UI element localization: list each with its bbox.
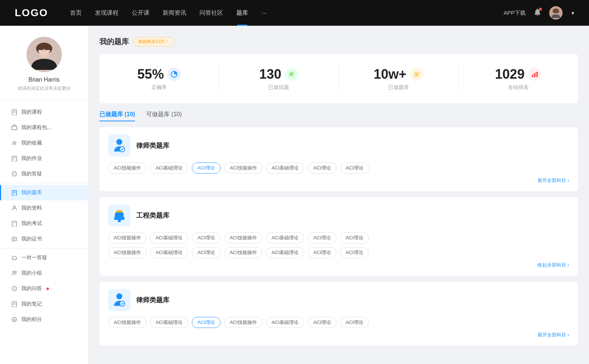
tag[interactable]: ACI基础理论 xyxy=(150,317,188,328)
nav-questionbank[interactable]: 题库 xyxy=(236,9,248,17)
tag[interactable]: ACI理论 xyxy=(308,247,336,258)
tag[interactable]: ACI基础理论 xyxy=(150,247,188,258)
menu-my-qa[interactable]: ? 我的问答 xyxy=(0,281,88,296)
course-package-label: 我的课程包... xyxy=(21,124,52,131)
tab-available[interactable]: 可做题库 (10) xyxy=(146,111,182,121)
svg-point-26 xyxy=(13,271,15,273)
sidebar-menu: 我的课程 我的课程包... 我的收藏 我的作业 xyxy=(0,101,88,331)
tag[interactable]: ACI基础理论 xyxy=(150,232,188,243)
svg-rect-44 xyxy=(532,75,533,77)
tutoring-icon xyxy=(11,254,18,261)
tag[interactable]: ACI技能操作 xyxy=(224,317,262,328)
menu-exam[interactable]: 我的考试 xyxy=(0,216,88,231)
user-avatar[interactable] xyxy=(549,6,562,19)
tag[interactable]: ACI理论 xyxy=(192,163,221,174)
avatar-svg xyxy=(549,6,562,19)
tag[interactable]: ACI技能操作 xyxy=(108,163,147,174)
nav-news[interactable]: 新闻资讯 xyxy=(163,9,186,17)
tag[interactable]: ACI技能操作 xyxy=(108,247,147,258)
menu-notes[interactable]: 我的笔记 xyxy=(0,296,88,312)
bank-header-lawyer-2: 律师类题库 xyxy=(108,289,569,311)
tag[interactable]: ACI理论 xyxy=(192,232,221,243)
bell-dot xyxy=(539,8,542,11)
stat-accuracy-value: 55% xyxy=(137,67,164,82)
tag[interactable]: ACI技能操作 xyxy=(108,317,147,328)
menu-my-courses[interactable]: 我的课程 xyxy=(0,104,88,120)
user-menu-chevron[interactable]: ▾ xyxy=(571,10,574,17)
notes-icon xyxy=(11,301,18,307)
stat-done-questions-icon xyxy=(285,68,298,81)
expand-btn-lawyer-2[interactable]: 展开全部科目 › xyxy=(108,332,569,338)
tag[interactable]: ACI基础理论 xyxy=(266,317,304,328)
tag[interactable]: ACI理论 xyxy=(308,317,336,328)
exam-icon xyxy=(11,220,18,227)
tags-row-engineer-1: ACI技能操作 ACI基础理论 ACI理论 ACI技能操作 ACI基础理论 AC… xyxy=(108,232,569,243)
tutoring-label: 一对一答疑 xyxy=(21,254,47,261)
menu-questionbank[interactable]: 我的题库 xyxy=(0,185,88,200)
svg-rect-24 xyxy=(12,237,17,241)
tag[interactable]: ACI技能操作 xyxy=(224,163,262,174)
homework-icon xyxy=(11,155,18,162)
svg-point-52 xyxy=(116,293,122,299)
lawyer-icon-wrap-1 xyxy=(108,135,130,157)
menu-profile[interactable]: 我的资料 xyxy=(0,200,88,216)
stat-rank-row: 1029 xyxy=(495,67,542,82)
stat-accuracy-icon xyxy=(167,68,181,81)
navbar: LOGO 首页 发现课程 公开课 新闻资讯 问答社区 题库 ··· APP下载 xyxy=(0,0,589,26)
tag[interactable]: ACI理论 xyxy=(340,317,369,328)
tag[interactable]: ACI理论 xyxy=(340,163,369,174)
svg-rect-49 xyxy=(116,210,122,213)
menu-course-package[interactable]: 我的课程包... xyxy=(0,120,88,135)
questions-icon: ? xyxy=(11,171,18,177)
profile-section: Brian Harris 错误的决定比没有决定要好 xyxy=(0,37,88,101)
stat-done-banks-value: 10w+ xyxy=(374,67,406,82)
points-icon: ★ xyxy=(11,316,18,323)
stat-done-questions-label: 已做试题 xyxy=(268,84,289,91)
tag[interactable]: ACI理论 xyxy=(308,163,336,174)
tab-done[interactable]: 已做题库 (10) xyxy=(99,111,135,121)
tag[interactable]: ACI理论 xyxy=(192,317,221,328)
bank-name-lawyer-1: 律师类题库 xyxy=(136,141,169,150)
menu-questions[interactable]: ? 我的答疑 xyxy=(0,166,88,182)
tag[interactable]: ACI技能操作 xyxy=(108,232,147,243)
tag[interactable]: ACI理论 xyxy=(340,247,369,258)
menu-certificate[interactable]: 我的证书 xyxy=(0,231,88,247)
avatar-image xyxy=(549,6,562,19)
tag[interactable]: ACI基础理论 xyxy=(266,232,304,243)
tag[interactable]: ACI基础理论 xyxy=(150,163,188,174)
svg-rect-22 xyxy=(12,221,17,226)
divider-2 xyxy=(0,248,88,249)
svg-rect-50 xyxy=(114,217,124,220)
menu-homework[interactable]: 我的作业 xyxy=(0,151,88,166)
tag[interactable]: ACI基础理论 xyxy=(266,163,304,174)
tag[interactable]: ACI基础理论 xyxy=(266,247,304,258)
sidebar: Brian Harris 错误的决定比没有决定要好 我的课程 我的课程包... xyxy=(0,26,88,364)
menu-tutoring[interactable]: 一对一答疑 xyxy=(0,250,88,265)
tag[interactable]: ACI技能操作 xyxy=(224,232,262,243)
menu-group[interactable]: 我的小组 xyxy=(0,265,88,281)
nav-qa[interactable]: 问答社区 xyxy=(200,9,223,17)
menu-points[interactable]: ★ 我的积分 xyxy=(0,312,88,327)
svg-rect-46 xyxy=(536,72,538,77)
expand-btn-lawyer-1[interactable]: 展开全部科目 › xyxy=(108,177,569,184)
stat-done-questions: 130 已做试题 xyxy=(219,63,339,94)
nav-more[interactable]: ··· xyxy=(261,9,267,17)
points-label: 我的积分 xyxy=(21,316,42,323)
tag[interactable]: ACI理论 xyxy=(308,232,336,243)
app-download-btn[interactable]: APP下载 xyxy=(504,10,526,17)
svg-point-25 xyxy=(14,238,15,240)
menu-favorites[interactable]: 我的收藏 xyxy=(0,135,88,151)
nav-links: 首页 发现课程 公开课 新闻资讯 问答社区 题库 ··· xyxy=(70,9,504,17)
my-courses-label: 我的课程 xyxy=(21,109,42,115)
nav-courses[interactable]: 发现课程 xyxy=(95,9,119,17)
tag[interactable]: ACI理论 xyxy=(340,232,369,243)
stat-done-banks-row: 10w+ xyxy=(374,67,423,82)
tag[interactable]: ACI技能操作 xyxy=(224,247,262,258)
nav-home[interactable]: 首页 xyxy=(70,9,82,17)
notification-bell[interactable] xyxy=(533,8,542,18)
lawyer-icon-wrap-2 xyxy=(108,289,130,311)
tag[interactable]: ACI理论 xyxy=(192,247,221,258)
nav-open[interactable]: 公开课 xyxy=(132,9,149,17)
collapse-btn-engineer[interactable]: 收起全部科目 › xyxy=(108,262,569,268)
notes-label: 我的笔记 xyxy=(21,301,42,307)
